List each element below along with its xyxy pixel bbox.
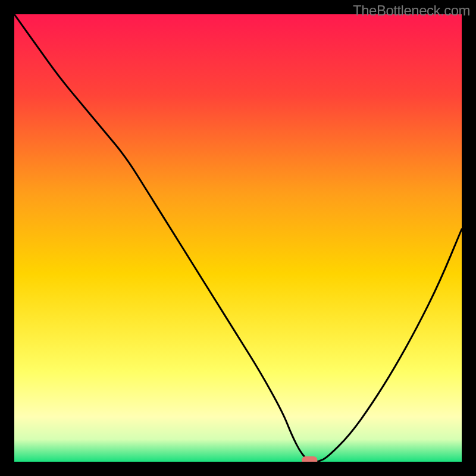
- chart-frame: TheBottleneck.com: [0, 0, 476, 476]
- bottleneck-chart: [14, 14, 462, 462]
- watermark-text: TheBottleneck.com: [353, 2, 470, 19]
- gradient-background: [14, 14, 462, 462]
- optimal-marker: [302, 456, 317, 462]
